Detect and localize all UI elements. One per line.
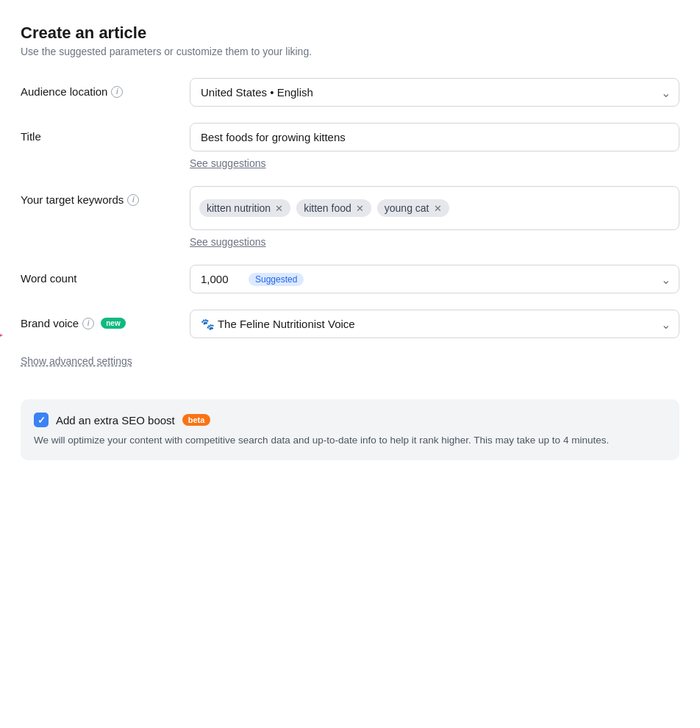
audience-location-select[interactable]: United States • English xyxy=(190,78,679,107)
keyword-tag-text: kitten food xyxy=(304,202,351,214)
keywords-row: Your target keywords i kitten nutrition … xyxy=(21,186,679,249)
arrow-annotation-icon xyxy=(0,273,21,346)
brand-voice-new-badge: new xyxy=(101,318,125,329)
seo-boost-description: We will optimize your content with compe… xyxy=(34,433,666,449)
page-title: Create an article xyxy=(21,24,679,43)
audience-location-info-icon[interactable]: i xyxy=(111,86,123,98)
keyword-remove-young-cat[interactable]: ✕ xyxy=(434,204,442,213)
keywords-box[interactable]: kitten nutrition ✕ kitten food ✕ young c… xyxy=(190,186,679,230)
keyword-tag-young-cat: young cat ✕ xyxy=(377,199,449,217)
beta-badge: beta xyxy=(182,414,211,426)
title-row: Title See suggestions xyxy=(21,123,679,170)
page-subtitle: Use the suggested parameters or customiz… xyxy=(21,46,679,57)
keyword-tag-text: young cat xyxy=(385,202,429,214)
brand-voice-select-wrapper: 🐾 The Feline Nutritionist Voice ⌄ xyxy=(190,310,679,338)
keyword-tag-kitten-food: kitten food ✕ xyxy=(296,199,371,217)
title-see-suggestions-link[interactable]: See suggestions xyxy=(190,157,266,169)
brand-voice-label: Brand voice i new xyxy=(21,310,190,329)
keyword-tag-text: kitten nutrition xyxy=(207,202,271,214)
keyword-remove-kitten-nutrition[interactable]: ✕ xyxy=(275,204,283,213)
brand-voice-control: 🐾 The Feline Nutritionist Voice ⌄ xyxy=(190,310,679,338)
audience-location-row: Audience location i United States • Engl… xyxy=(21,78,679,107)
audience-location-control: United States • English ⌄ xyxy=(190,78,679,107)
keywords-info-icon[interactable]: i xyxy=(127,194,139,206)
brand-voice-row: Brand voice i new 🐾 The Feline Nutrition… xyxy=(21,310,679,338)
word-count-row: Word count 1,000 500 1,500 2,000 ⌄ Sugge… xyxy=(21,265,679,293)
title-label: Title xyxy=(21,123,190,143)
keywords-see-suggestions-link[interactable]: See suggestions xyxy=(190,236,266,248)
audience-location-select-wrapper: United States • English ⌄ xyxy=(190,78,679,107)
keywords-control: kitten nutrition ✕ kitten food ✕ young c… xyxy=(190,186,679,249)
suggested-badge: Suggested xyxy=(249,273,304,286)
title-control: See suggestions xyxy=(190,123,679,170)
seo-boost-label: Add an extra SEO boost xyxy=(56,414,175,427)
word-count-label: Word count xyxy=(21,265,190,285)
seo-boost-header: ✓ Add an extra SEO boost beta xyxy=(34,413,666,427)
keyword-tag-kitten-nutrition: kitten nutrition ✕ xyxy=(199,199,290,217)
seo-boost-box: ✓ Add an extra SEO boost beta We will op… xyxy=(21,399,679,460)
advanced-settings-link[interactable]: Show advanced settings xyxy=(21,355,132,367)
keywords-label: Your target keywords i xyxy=(21,186,190,206)
keyword-remove-kitten-food[interactable]: ✕ xyxy=(356,204,364,213)
brand-voice-select[interactable]: 🐾 The Feline Nutritionist Voice xyxy=(190,310,679,338)
seo-boost-checkbox[interactable]: ✓ xyxy=(34,413,49,427)
word-count-select-wrapper: 1,000 500 1,500 2,000 ⌄ Suggested xyxy=(190,265,679,293)
title-input[interactable] xyxy=(190,123,679,151)
word-count-control: 1,000 500 1,500 2,000 ⌄ Suggested xyxy=(190,265,679,293)
audience-location-label: Audience location i xyxy=(21,78,190,98)
advanced-settings-wrapper: Show advanced settings xyxy=(21,354,679,383)
checkmark-icon: ✓ xyxy=(38,415,46,426)
brand-voice-info-icon[interactable]: i xyxy=(82,318,94,329)
